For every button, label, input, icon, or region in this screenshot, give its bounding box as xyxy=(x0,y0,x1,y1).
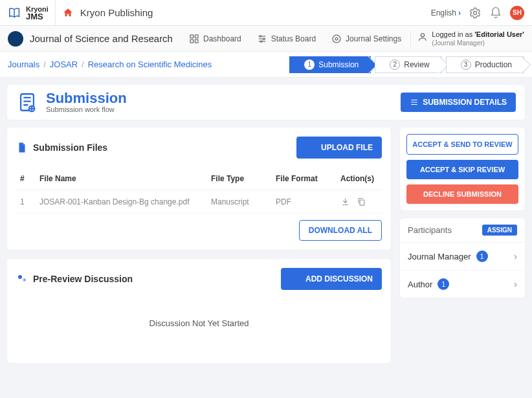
participant-count: 1 xyxy=(438,278,449,290)
copy-icon[interactable] xyxy=(357,197,366,206)
discussion-card: Pre-Review Discussion ADD DISCUSSION Dis… xyxy=(6,258,392,364)
cell-name: JOSAR-001-Kanban Design-Bg change.pdf xyxy=(36,190,207,214)
participants-card: Participants ASSIGN Journal Manager 1 › … xyxy=(399,217,526,298)
side-actions: ACCEPT & SEND TO REVIEW ACCEPT & SKIP RE… xyxy=(399,127,526,211)
journal-badge-icon xyxy=(8,31,23,47)
cell-type: Manuscript xyxy=(207,190,272,214)
step-production[interactable]: 3 Production xyxy=(446,56,524,73)
svg-point-0 xyxy=(474,11,477,14)
logo-line2: JMS xyxy=(26,13,49,20)
submission-details-button[interactable]: SUBMISSION DETAILS xyxy=(401,93,516,112)
svg-point-5 xyxy=(260,35,261,37)
accept-skip-review-button[interactable]: ACCEPT & SKIP REVIEW xyxy=(406,160,518,179)
participant-label: Journal Manager xyxy=(408,252,471,261)
logo-text: Kryoni JMS xyxy=(26,6,49,20)
svg-rect-1 xyxy=(190,35,194,38)
plus-icon xyxy=(290,273,302,285)
topbar: Kryoni JMS Kryon Publishing English › SH xyxy=(0,0,532,26)
logged-in-line: Logged in as 'Editorial User' xyxy=(432,30,524,39)
download-icon[interactable] xyxy=(340,197,350,206)
svg-rect-13 xyxy=(360,200,364,205)
upload-file-button[interactable]: UPLOAD FILE xyxy=(296,137,382,159)
col-idx: # xyxy=(16,168,36,190)
step-num: 1 xyxy=(304,60,315,70)
logo-block[interactable]: Kryoni JMS xyxy=(8,0,56,25)
logged-in-box: Logged in as 'Editorial User' (Journal M… xyxy=(410,30,524,47)
language-label: English xyxy=(431,8,456,17)
app-title: Kryon Publishing xyxy=(80,7,153,18)
decline-submission-button[interactable]: DECLINE SUBMISSION xyxy=(406,184,518,204)
file-icon xyxy=(16,142,28,153)
svg-point-8 xyxy=(335,38,338,40)
svg-point-6 xyxy=(263,38,265,39)
nav-journal-settings[interactable]: Journal Settings xyxy=(325,34,408,44)
navbar: Journal of Science and Research Dashboar… xyxy=(0,26,532,52)
home-icon[interactable] xyxy=(62,7,74,19)
chevron-right-icon: › xyxy=(514,279,517,289)
user-icon xyxy=(417,32,428,42)
download-all-button[interactable]: DOWNLOAD ALL xyxy=(299,220,382,241)
card-title: Submission Files xyxy=(33,142,107,153)
logged-in-sub: (Journal Manager) xyxy=(432,39,524,47)
step-label: Submission xyxy=(318,60,359,69)
step-label: Review xyxy=(404,60,429,69)
nav-label: Dashboard xyxy=(203,34,241,43)
col-actions: Action(s) xyxy=(337,168,382,190)
nav-status-board[interactable]: Status Board xyxy=(250,34,322,44)
workflow-steps: 1 Submission 2 Review 3 Production xyxy=(289,56,524,73)
participant-row-journal-manager[interactable]: Journal Manager 1 › xyxy=(400,243,525,271)
card-title: Pre-Review Discussion xyxy=(33,274,133,284)
bell-icon[interactable] xyxy=(489,6,502,19)
crumb-article[interactable]: Research on Scientific Medicines xyxy=(88,60,212,69)
add-discussion-button[interactable]: ADD DISCUSSION xyxy=(281,268,382,290)
chevron-right-icon: › xyxy=(458,8,461,17)
dashboard-icon xyxy=(189,34,199,44)
language-selector[interactable]: English › xyxy=(431,8,461,17)
svg-point-15 xyxy=(23,278,27,282)
col-format: File Format xyxy=(272,168,337,190)
nav-label: Status Board xyxy=(271,34,316,43)
col-type: File Type xyxy=(207,168,272,190)
cell-format: PDF xyxy=(272,190,337,214)
step-num: 2 xyxy=(390,60,400,70)
sliders-icon xyxy=(257,34,267,44)
chevron-right-icon: › xyxy=(514,251,517,261)
assign-button[interactable]: ASSIGN xyxy=(482,225,517,236)
discussion-empty-text: Discussion Not Yet Started xyxy=(16,299,382,354)
svg-rect-4 xyxy=(195,39,198,43)
book-icon xyxy=(8,6,22,20)
files-table: # File Name File Type File Format Action… xyxy=(16,168,382,214)
crumb-journals[interactable]: Journals xyxy=(8,60,39,69)
svg-point-14 xyxy=(18,275,22,279)
page-header: Submission Submission work flow SUBMISSI… xyxy=(6,84,526,120)
settings-icon xyxy=(331,34,342,44)
submission-files-card: Submission Files UPLOAD FILE # File Name… xyxy=(6,127,392,250)
accept-send-review-button[interactable]: ACCEPT & SEND TO REVIEW xyxy=(406,134,518,155)
gear-icon[interactable] xyxy=(469,6,482,19)
svg-rect-2 xyxy=(195,35,198,38)
svg-point-10 xyxy=(421,33,425,36)
list-icon xyxy=(410,98,419,107)
discussion-icon xyxy=(16,273,28,285)
page-subtitle: Submission work flow xyxy=(46,105,127,113)
upload-icon xyxy=(305,142,317,153)
nav-dashboard[interactable]: Dashboard xyxy=(183,34,248,44)
document-icon xyxy=(16,91,38,113)
breadcrumb-row: Journals / JOSAR / Research on Scientifi… xyxy=(0,52,532,78)
col-name: File Name xyxy=(36,168,207,190)
avatar[interactable]: SH xyxy=(510,6,524,20)
cell-idx: 1 xyxy=(16,190,36,214)
step-submission[interactable]: 1 Submission xyxy=(289,56,371,73)
crumb-josar[interactable]: JOSAR xyxy=(50,60,78,69)
nav-label: Journal Settings xyxy=(346,34,401,43)
participant-label: Author xyxy=(408,280,432,289)
table-row: 1 JOSAR-001-Kanban Design-Bg change.pdf … xyxy=(16,190,382,214)
journal-name: Journal of Science and Research xyxy=(30,33,173,44)
svg-point-9 xyxy=(333,35,340,43)
participant-row-author[interactable]: Author 1 › xyxy=(400,271,525,298)
page-title: Submission xyxy=(46,91,127,105)
step-num: 3 xyxy=(461,60,471,70)
step-review[interactable]: 2 Review xyxy=(375,56,441,73)
step-label: Production xyxy=(475,60,512,69)
participant-count: 1 xyxy=(476,250,488,262)
